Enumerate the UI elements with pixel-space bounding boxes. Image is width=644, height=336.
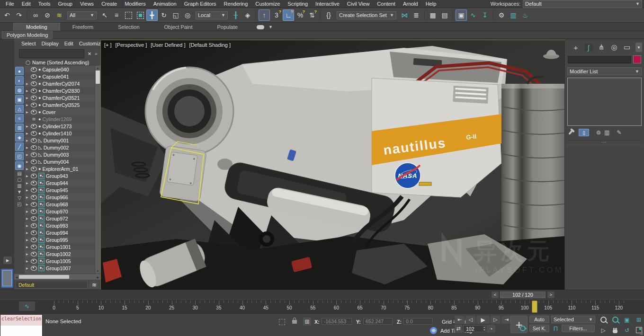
rendered-frame-window-icon[interactable]: ▥ — [508, 9, 519, 21]
maxscript-mini-listener[interactable]: clearSelection — [0, 314, 43, 336]
list-item[interactable]: ▶Group968 — [25, 201, 95, 208]
use-pivot-point-center-icon[interactable]: ╂ — [230, 9, 242, 21]
menu-rendering[interactable]: Rendering — [220, 0, 252, 7]
tab-populate[interactable]: Populate — [205, 23, 250, 31]
viewport-shading-menu[interactable]: [Default Shading ] — [189, 42, 231, 48]
key-mode-toggle[interactable]: ⇄ — [455, 325, 462, 333]
layer-view-icon[interactable]: ▥ — [15, 183, 24, 189]
eye-icon[interactable] — [31, 138, 37, 143]
menu-tools[interactable]: Tools — [35, 0, 54, 7]
list-item[interactable]: ▶Group972 — [25, 215, 95, 222]
angle-snap-toggle-icon[interactable]: ∟? — [283, 9, 294, 21]
edit-named-selection-sets-icon[interactable]: {} — [323, 9, 334, 21]
eye-icon[interactable] — [31, 230, 37, 235]
eye-icon[interactable] — [31, 88, 37, 93]
render-setup-icon[interactable]: ⚙ — [496, 9, 507, 21]
unlink-selection-icon[interactable]: ⊘ — [42, 9, 53, 21]
menu-civil-view[interactable]: Civil View — [343, 0, 373, 7]
eye-icon[interactable] — [31, 167, 37, 171]
stacked-icon[interactable]: ≋ — [31, 116, 37, 122]
list-item[interactable]: ●Capsule040 — [25, 66, 95, 73]
zoom-all-icon[interactable] — [609, 315, 621, 325]
list-item[interactable]: ▶●ChamferCyl3521 — [25, 94, 95, 101]
eye-icon[interactable] — [31, 131, 37, 136]
modifier-list-dropdown[interactable]: Modifier List ▼ — [567, 67, 642, 75]
scrollbar-thumb[interactable] — [19, 275, 69, 279]
zoom-region-icon[interactable]: ▷ — [598, 325, 609, 335]
scroll-right-icon[interactable]: ▶ — [96, 275, 100, 279]
expand-arrow-icon[interactable]: ▶ — [26, 139, 29, 142]
eye-icon[interactable] — [31, 223, 37, 228]
select-and-rotate-icon[interactable]: ↻ — [158, 9, 170, 21]
go-to-end-button[interactable]: ⇥ — [501, 316, 511, 324]
expand-arrow-icon[interactable]: ▶ — [26, 238, 29, 241]
list-item[interactable]: ▶Group1007 — [25, 265, 95, 272]
eye-icon[interactable] — [31, 216, 37, 221]
select-and-scale-icon[interactable]: ◱ — [170, 9, 181, 21]
expand-arrow-icon[interactable]: ▶ — [26, 174, 29, 177]
viewport-user-menu[interactable]: [User Defined ] — [151, 42, 185, 48]
explorer-menu-edit[interactable]: Edit — [62, 40, 76, 47]
expand-arrow-icon[interactable]: ▶ — [26, 252, 29, 256]
menu-animation[interactable]: Animation — [150, 0, 180, 7]
eye-icon[interactable] — [31, 74, 37, 79]
list-view-icon[interactable]: ▤ — [15, 170, 24, 177]
zoom-extents-all-icon[interactable]: ⊞ — [633, 315, 644, 325]
viewport-canvas[interactable]: [+ ] [Perspective ] [User Defined ] [Def… — [101, 40, 564, 290]
display-tab[interactable]: ▭ — [623, 43, 631, 52]
zoom-extents-icon[interactable]: ▣ — [621, 315, 633, 325]
toggle-ribbon-icon[interactable]: ▣ — [456, 9, 467, 21]
render-production-icon[interactable]: ♨ — [519, 9, 531, 21]
menu-interactive[interactable]: Interactive — [312, 0, 343, 7]
scroll-up-icon[interactable]: ▲ — [97, 66, 99, 71]
expand-arrow-icon[interactable]: ▶ — [26, 203, 29, 206]
menu-scripting[interactable]: Scripting — [284, 0, 312, 7]
list-item[interactable]: ▶Group945 — [25, 186, 95, 194]
tab-modeling[interactable]: Modeling — [13, 23, 60, 31]
eye-icon[interactable] — [31, 238, 37, 242]
go-to-start-button[interactable]: ⇤ — [455, 316, 465, 324]
expand-arrow-icon[interactable]: ▶ — [26, 188, 29, 192]
list-item[interactable]: ▶◺Dummy001 — [25, 137, 95, 144]
display-geometry-icon[interactable]: ● — [15, 67, 24, 75]
auto-key-button[interactable]: Auto — [529, 316, 549, 323]
motion-tab[interactable]: ◎ — [610, 43, 618, 52]
expand-arrow-icon[interactable]: ▶ — [26, 96, 29, 99]
list-item[interactable]: ▶Group1005 — [25, 257, 95, 265]
expand-arrow-icon[interactable]: ▶ — [26, 82, 29, 85]
eye-icon[interactable] — [31, 103, 37, 107]
expand-arrow-icon[interactable]: ▶ — [26, 110, 29, 114]
curve-editor-icon[interactable]: ∿ — [467, 9, 479, 21]
eye-icon[interactable] — [31, 209, 37, 214]
list-item[interactable]: ▶Group970 — [25, 208, 95, 215]
select-and-manipulate-icon[interactable]: ◈ — [242, 9, 253, 21]
telescope-lens[interactable] — [145, 67, 233, 155]
scroll-left-icon[interactable]: ◀ — [14, 275, 19, 279]
viewport-pov-menu[interactable]: [Perspective ] — [116, 42, 147, 48]
explorer-menu-display[interactable]: Display — [39, 40, 61, 47]
active-layer-field[interactable]: Default — [16, 281, 88, 289]
pin-stack-icon[interactable] — [568, 130, 573, 135]
display-groups-icon[interactable]: ⊞ — [15, 124, 24, 132]
menu-edit[interactable]: Edit — [18, 0, 35, 7]
z-coordinate-field[interactable]: 0.0 — [403, 318, 433, 325]
viewport-layout-thumbnail[interactable] — [1, 269, 13, 288]
list-item[interactable]: ▶Group966 — [25, 194, 95, 201]
list-item[interactable]: ▶Group993 — [25, 222, 95, 229]
expand-arrow-icon[interactable]: ▶ — [26, 89, 29, 92]
snaps-toggle-icon[interactable]: 3? — [271, 9, 282, 21]
tab-selection[interactable]: Selection — [106, 23, 152, 31]
menu-create[interactable]: Create — [98, 0, 121, 7]
scrollbar-thumb[interactable] — [96, 71, 100, 84]
overflow-chevron-icon[interactable]: » — [95, 51, 99, 56]
select-object-icon[interactable]: ↖ — [99, 9, 110, 21]
play-button[interactable]: ▶ — [476, 316, 490, 324]
next-frame-button[interactable]: ▷ — [491, 316, 501, 324]
hierarchy-tab[interactable]: ⋔ — [597, 43, 606, 52]
expand-arrow-icon[interactable]: ▶ — [26, 160, 29, 163]
expand-arrow-icon[interactable]: ▶ — [26, 124, 29, 128]
expand-arrow-icon[interactable]: ▶ — [26, 266, 29, 270]
next-frame-button[interactable]: > — [547, 292, 555, 298]
menu-views[interactable]: Views — [76, 0, 98, 7]
list-item[interactable]: ▶●ChamferCyl2830 — [25, 87, 95, 94]
